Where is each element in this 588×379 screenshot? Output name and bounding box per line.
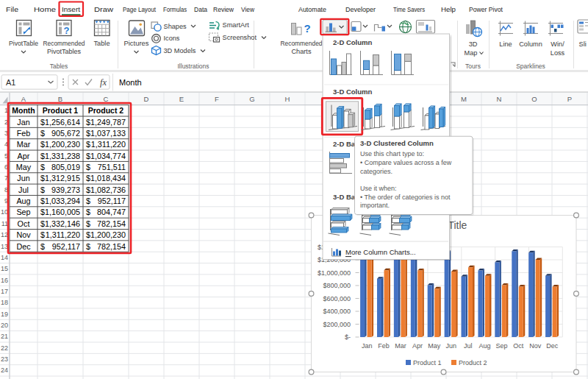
svg-text:$: $ <box>86 140 90 149</box>
svg-text:1,160,005: 1,160,005 <box>45 208 80 216</box>
svg-text:Sep: Sep <box>495 342 507 350</box>
svg-text:G: G <box>249 95 254 103</box>
svg-text:P: P <box>567 95 572 103</box>
svg-text:939,273: 939,273 <box>51 185 80 194</box>
svg-text:2-D Bar: 2-D Bar <box>333 140 358 148</box>
svg-text:1,033,294: 1,033,294 <box>45 196 80 205</box>
svg-text:Aug: Aug <box>479 342 491 350</box>
svg-text:Line: Line <box>499 40 512 48</box>
svg-text:Illustrations: Illustrations <box>178 63 209 70</box>
svg-text:Jan: Jan <box>17 118 29 127</box>
svg-text:N: N <box>497 95 502 103</box>
svg-text:Month: Month <box>12 106 35 115</box>
svg-text:20: 20 <box>1 322 8 329</box>
svg-text:$200,000: $200,000 <box>323 321 351 328</box>
svg-text:Recommended: Recommended <box>43 40 85 47</box>
svg-text:14: 14 <box>1 254 8 261</box>
svg-text:1,249,787: 1,249,787 <box>90 118 126 127</box>
svg-text:Month: Month <box>119 78 142 87</box>
svg-text:1,311,220: 1,311,220 <box>46 230 80 239</box>
svg-text:$: $ <box>40 185 45 194</box>
svg-text:M: M <box>461 95 467 103</box>
svg-text:$400,000: $400,000 <box>323 308 351 315</box>
svg-text:$: $ <box>86 163 90 171</box>
svg-text:804,747: 804,747 <box>97 208 126 216</box>
svg-text:17: 17 <box>1 288 8 295</box>
svg-text:2-D Column: 2-D Column <box>333 38 373 46</box>
svg-text:SmartArt: SmartArt <box>223 21 250 29</box>
svg-text:?: ? <box>304 22 310 35</box>
svg-text:952,117: 952,117 <box>52 242 80 251</box>
svg-text:Time Savers: Time Savers <box>393 5 425 13</box>
svg-text:Use this chart type to:: Use this chart type to: <box>360 150 424 157</box>
svg-text:D: D <box>144 95 149 103</box>
svg-text:A1: A1 <box>6 78 15 87</box>
svg-text:$: $ <box>86 242 90 251</box>
svg-text:$: $ <box>40 163 45 171</box>
svg-text:Dec: Dec <box>16 242 31 251</box>
svg-text:1,082,736: 1,082,736 <box>90 185 126 194</box>
svg-text:$600,000: $600,000 <box>323 295 351 302</box>
svg-text:18: 18 <box>1 299 8 306</box>
svg-text:11: 11 <box>1 220 8 227</box>
svg-text:Aug: Aug <box>16 196 30 205</box>
svg-text:May: May <box>428 342 441 350</box>
svg-text:3-D Column: 3-D Column <box>333 88 373 96</box>
svg-text:Feb: Feb <box>378 342 390 350</box>
svg-text:PivotTable: PivotTable <box>9 40 38 47</box>
svg-text:21: 21 <box>1 333 8 340</box>
svg-text:3-D Bar: 3-D Bar <box>333 193 358 201</box>
svg-text:Sli: Sli <box>579 40 587 48</box>
svg-text:A: A <box>21 95 26 103</box>
svg-text:1,312,915: 1,312,915 <box>45 174 80 183</box>
svg-text:952,117: 952,117 <box>98 196 126 205</box>
svg-text:Formulas: Formulas <box>163 5 187 13</box>
svg-text:Column: Column <box>519 40 542 48</box>
svg-text:3D: 3D <box>469 40 478 48</box>
svg-text:Jul: Jul <box>18 185 29 194</box>
svg-text:Insert: Insert <box>62 5 80 13</box>
svg-text:H: H <box>285 95 290 103</box>
svg-text:PivotTables: PivotTables <box>47 48 81 55</box>
svg-text:Automate: Automate <box>298 5 326 13</box>
svg-text:Mar: Mar <box>395 342 406 350</box>
svg-text:Tables: Tables <box>50 63 68 70</box>
svg-text:More Column Charts...: More Column Charts... <box>345 248 416 256</box>
svg-text:categories.: categories. <box>360 168 392 175</box>
svg-text:May: May <box>16 163 32 171</box>
svg-text:$800,000: $800,000 <box>323 282 351 289</box>
svg-text:E: E <box>179 95 184 103</box>
svg-text:Icons: Icons <box>164 35 180 42</box>
svg-text:Screenshot: Screenshot <box>223 34 257 41</box>
svg-text:Help: Help <box>441 5 456 13</box>
svg-text:Jun: Jun <box>17 174 29 183</box>
svg-text:C: C <box>104 95 109 103</box>
svg-text:Page Layout: Page Layout <box>123 5 156 13</box>
svg-text:Nov: Nov <box>16 230 31 239</box>
svg-text:1,200,230: 1,200,230 <box>90 230 126 239</box>
svg-text:1,331,238: 1,331,238 <box>45 152 80 160</box>
svg-text:• Compare values across a few: • Compare values across a few <box>360 159 452 166</box>
svg-text:Oct: Oct <box>513 342 524 350</box>
svg-text:View: View <box>241 5 254 13</box>
svg-text:fx: fx <box>100 77 107 88</box>
svg-text:Dec: Dec <box>546 342 559 350</box>
svg-text:Power Pivot: Power Pivot <box>469 5 503 13</box>
svg-text:12: 12 <box>1 231 8 238</box>
svg-text:23: 23 <box>1 355 8 363</box>
svg-text:Table: Table <box>94 40 110 47</box>
svg-text:$: $ <box>86 219 90 228</box>
svg-text:15: 15 <box>1 265 8 272</box>
svg-text:Pictures: Pictures <box>124 40 149 47</box>
svg-text:Nov: Nov <box>529 342 542 350</box>
svg-text:Oct: Oct <box>18 219 30 228</box>
svg-text:Tours: Tours <box>465 63 481 70</box>
svg-text:782,154: 782,154 <box>97 219 126 228</box>
svg-text:1,256,614: 1,256,614 <box>45 118 80 127</box>
svg-text:Data: Data <box>194 5 208 13</box>
svg-text:905,672: 905,672 <box>51 129 80 138</box>
svg-text:$: $ <box>40 129 45 138</box>
svg-text:Map: Map <box>465 49 478 57</box>
svg-text:1,018,434: 1,018,434 <box>90 174 126 183</box>
svg-text:22: 22 <box>1 344 8 352</box>
